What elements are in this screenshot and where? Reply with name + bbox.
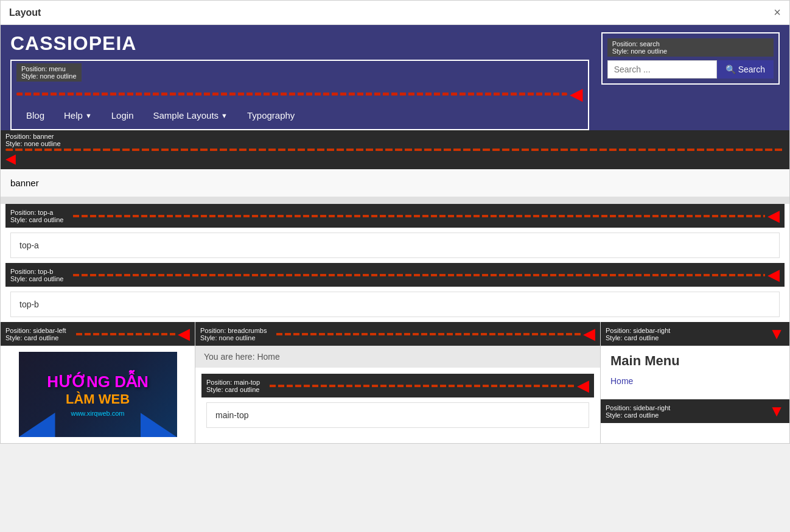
search-form: 🔍 Search — [607, 60, 774, 79]
menu-annotation: ◀ — [16, 84, 583, 104]
sidebar-right-zone-top: Position: sidebar-right Style: card outl… — [601, 322, 789, 394]
breadcrumbs-content: You are here: Home — [195, 346, 600, 368]
sidebar-right-label: Position: sidebar-right Style: card outl… — [601, 322, 789, 346]
search-icon: 🔍 — [725, 65, 736, 74]
dialog-title: Layout — [9, 7, 41, 18]
breadcrumbs-arrow: ◀ — [583, 324, 595, 343]
nav-menu: Blog Help ▼ Login Sample Layouts ▼ Typog… — [16, 107, 583, 124]
main-menu-item-home[interactable]: Home — [610, 375, 780, 387]
sidebar-right-bottom-arrow: ▼ — [769, 402, 785, 421]
banner-arrow: ◀ — [5, 151, 16, 166]
main-menu-title: Main Menu — [610, 353, 780, 369]
sidebar-right-col: Position: sidebar-right Style: card outl… — [601, 322, 789, 443]
spacer-1 — [1, 197, 789, 204]
top-a-label-bar: Position: top-a Style: card outline ◀ — [5, 204, 785, 228]
decorative-shape-right — [141, 413, 177, 437]
top-b-content: top-b — [10, 292, 780, 317]
nav-item-help[interactable]: Help ▼ — [54, 107, 102, 124]
breadcrumbs-annotation: ◀ — [276, 324, 595, 343]
sidebar-right-bottom-label: Position: sidebar-right Style: card outl… — [601, 399, 789, 423]
help-dropdown-arrow: ▼ — [85, 112, 92, 119]
three-col-layout: Position: sidebar-left Style: card outli… — [1, 322, 789, 443]
breadcrumbs-label: Position: breadcrumbs Style: none outlin… — [195, 322, 600, 346]
decorative-shape-left — [19, 413, 55, 437]
header-left: CASSIOPEIA Position: menu Style: none ou… — [10, 32, 589, 130]
breadcrumbs-label-text: Position: breadcrumbs Style: none outlin… — [200, 327, 267, 341]
search-area: Position: search Style: none outline 🔍 S… — [601, 32, 780, 85]
main-top-label: Position: main-top Style: card outline ◀ — [201, 374, 594, 397]
sidebar-right-annotation: ▼ — [769, 324, 785, 343]
sidebar-right-bottom-annotation: ▼ — [769, 402, 785, 421]
sidebar-image-text2: LÀM WEB — [66, 391, 130, 407]
top-b-label-text: Position: top-b Style: card outline — [10, 268, 63, 282]
sidebar-right-bottom-label-text: Position: sidebar-right Style: card outl… — [606, 404, 670, 419]
top-b-label-bar: Position: top-b Style: card outline ◀ — [5, 263, 785, 287]
top-a-label-text: Position: top-a Style: card outline — [10, 209, 63, 223]
top-a-section: Position: top-a Style: card outline ◀ to… — [5, 204, 785, 258]
top-b-annotation: ◀ — [73, 265, 780, 284]
dialog-title-bar: Layout × — [1, 1, 789, 25]
nav-items-row: Blog Help ▼ Login Sample Layouts ▼ Typog… — [16, 107, 583, 124]
top-a-arrow: ◀ — [767, 206, 780, 225]
search-input[interactable] — [607, 60, 717, 79]
search-position-label: Position: search Style: none outline — [607, 38, 774, 57]
sidebar-image: HƯỚNG DẪN LÀM WEB www.xirqweb.com — [19, 352, 177, 437]
search-zone: Position: search Style: none outline 🔍 S… — [601, 32, 780, 85]
site-logo: CASSIOPEIA — [10, 32, 589, 55]
sample-layouts-dropdown-arrow: ▼ — [221, 112, 228, 119]
main-top-content: main-top — [206, 402, 589, 428]
main-top-label-text: Position: main-top Style: card outline — [206, 379, 260, 393]
main-top-annotation: ◀ — [270, 376, 589, 395]
nav-item-login[interactable]: Login — [102, 107, 144, 124]
dialog-body: CASSIOPEIA Position: menu Style: none ou… — [1, 25, 789, 443]
top-a-annotation: ◀ — [73, 206, 780, 225]
site-header: CASSIOPEIA Position: menu Style: none ou… — [1, 25, 789, 130]
nav-item-sample-layouts[interactable]: Sample Layouts ▼ — [143, 107, 237, 124]
layout-dialog: Layout × CASSIOPEIA Position: menu Style… — [0, 0, 790, 444]
banner-content: banner — [1, 169, 789, 197]
sidebar-image-text1: HƯỚNG DẪN — [47, 373, 149, 391]
header-inner: CASSIOPEIA Position: menu Style: none ou… — [1, 25, 789, 130]
main-top-zone: Position: main-top Style: card outline ◀… — [201, 374, 594, 428]
sidebar-right-arrow: ▼ — [769, 324, 785, 343]
sidebar-left-col: Position: sidebar-left Style: card outli… — [1, 322, 195, 443]
sidebar-left-label: Position: sidebar-left Style: card outli… — [1, 322, 195, 346]
sidebar-right-zone-bottom: Position: sidebar-right Style: card outl… — [601, 399, 789, 423]
sidebar-left-label-text: Position: sidebar-left Style: card outli… — [5, 327, 66, 341]
nav-item-blog[interactable]: Blog — [16, 107, 54, 124]
top-b-arrow: ◀ — [767, 265, 780, 284]
top-a-content: top-a — [10, 233, 780, 258]
sidebar-right-label-text: Position: sidebar-right Style: card outl… — [606, 327, 670, 341]
arrow-left-1: ◀ — [570, 84, 583, 104]
menu-position-label: Position: menu Style: none outline — [16, 63, 82, 82]
search-button[interactable]: 🔍 Search — [717, 60, 774, 79]
main-top-arrow: ◀ — [577, 376, 589, 395]
nav-item-typography[interactable]: Typography — [237, 107, 304, 124]
banner-section: Position: banner Style: none outline ◀ b… — [1, 130, 789, 197]
menu-zone: Position: menu Style: none outline ◀ Blo… — [10, 60, 589, 130]
sidebar-left-annotation: ◀ — [76, 324, 190, 343]
breadcrumbs-zone: Position: breadcrumbs Style: none outlin… — [195, 322, 600, 368]
banner-label-bar: Position: banner Style: none outline ◀ — [1, 130, 789, 169]
sidebar-right-content: Main Menu Home — [601, 346, 789, 394]
top-b-section: Position: top-b Style: card outline ◀ to… — [5, 263, 785, 317]
sidebar-left-content: HƯỚNG DẪN LÀM WEB www.xirqweb.com — [1, 346, 195, 443]
sidebar-left-arrow: ◀ — [178, 324, 190, 343]
sidebar-image-url: www.xirqweb.com — [71, 410, 124, 417]
dialog-close-button[interactable]: × — [774, 5, 781, 19]
main-col: Position: breadcrumbs Style: none outlin… — [195, 322, 601, 443]
